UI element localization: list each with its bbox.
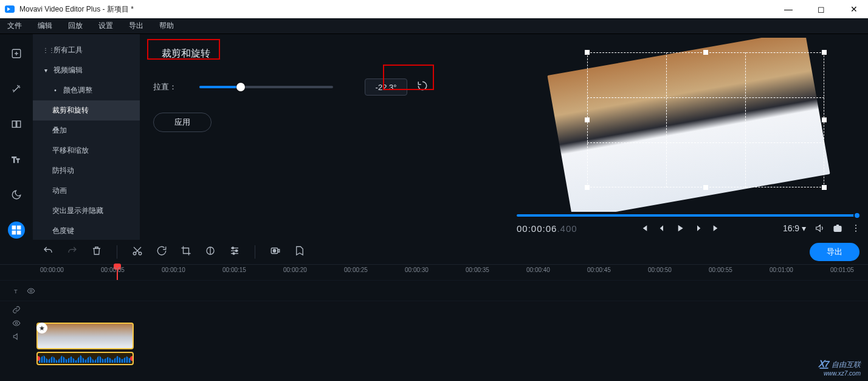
grid-icon[interactable] xyxy=(8,222,25,239)
crop-icon[interactable] xyxy=(181,245,191,259)
crop-handle[interactable] xyxy=(703,50,708,55)
ruler-tick: 00:01:05 xyxy=(830,267,854,273)
sidebar-item-all-tools[interactable]: ⋮⋮所有工具 xyxy=(33,40,140,60)
ruler-tick: 00:00:15 xyxy=(222,267,246,273)
magic-icon[interactable] xyxy=(8,80,25,97)
eye-icon[interactable] xyxy=(12,319,21,327)
sidebar-item-label: 叠加 xyxy=(52,125,67,136)
svg-point-22 xyxy=(232,247,234,249)
sidebar-item-label: 突出显示并隐藏 xyxy=(52,206,103,216)
sidebar-item-label: 动画 xyxy=(52,186,67,196)
preview-canvas[interactable] xyxy=(517,38,861,212)
adjust-icon[interactable] xyxy=(229,245,240,259)
timeline-tracks: T ★ xyxy=(0,280,868,381)
menu-edit[interactable]: 编辑 xyxy=(38,21,52,31)
preview-timecode: 00:00:06.400 xyxy=(517,223,577,234)
sidebar-item-overlay[interactable]: 叠加 xyxy=(33,121,140,141)
play-icon[interactable] xyxy=(675,223,685,233)
prev-clip-icon[interactable] xyxy=(639,223,649,233)
timeline-ruler[interactable]: 00:00:0000:00:0500:00:1000:00:1500:00:20… xyxy=(0,264,868,280)
ruler-tick: 00:00:40 xyxy=(526,267,550,273)
volume-icon[interactable] xyxy=(815,223,824,233)
sidebar: ⋮⋮所有工具 ▾视频编辑 •颜色调整 裁剪和旋转 叠加 平移和缩放 防抖动 动画… xyxy=(33,34,140,240)
angle-value[interactable]: -22.3° xyxy=(365,79,407,96)
svg-point-34 xyxy=(30,290,32,292)
svg-text:T: T xyxy=(14,288,18,294)
video-clip[interactable]: ★ xyxy=(36,323,134,349)
more-icon[interactable] xyxy=(851,223,861,233)
sidebar-item-crop-rotate[interactable]: 裁剪和旋转 xyxy=(33,100,140,121)
ruler-tick: 00:00:25 xyxy=(344,267,368,273)
menu-settings[interactable]: 设置 xyxy=(98,21,113,31)
eye-icon[interactable] xyxy=(27,287,35,295)
ruler-tick: 00:00:50 xyxy=(648,267,672,273)
track-text[interactable]: T xyxy=(0,280,868,301)
redo-icon[interactable] xyxy=(67,245,78,259)
export-button[interactable]: 导出 xyxy=(810,243,859,261)
crop-gridline xyxy=(587,97,824,98)
speaker-icon[interactable] xyxy=(12,332,21,341)
delete-icon[interactable] xyxy=(91,245,102,259)
text-track-icon: T xyxy=(12,287,21,295)
import-icon[interactable] xyxy=(8,45,25,62)
moon-icon[interactable] xyxy=(8,186,25,203)
color-icon[interactable] xyxy=(205,245,216,259)
step-back-icon[interactable] xyxy=(657,223,667,233)
text-icon[interactable]: TT xyxy=(8,151,25,168)
undo-icon[interactable] xyxy=(43,245,53,259)
menu-help[interactable]: 帮助 xyxy=(159,21,174,31)
timeline-toolbar: 导出 xyxy=(0,240,868,264)
snapshot-icon[interactable] xyxy=(833,223,842,233)
crop-handle[interactable] xyxy=(585,50,590,55)
svg-point-12 xyxy=(836,228,839,230)
svg-rect-3 xyxy=(12,121,16,128)
marker-icon[interactable] xyxy=(294,245,305,259)
sidebar-item-label: 所有工具 xyxy=(53,45,83,55)
aspect-ratio[interactable]: 16:9 ▾ xyxy=(783,223,806,233)
crop-rect[interactable] xyxy=(587,52,824,187)
cut-icon[interactable] xyxy=(132,245,143,259)
sidebar-item-highlight[interactable]: 突出显示并隐藏 xyxy=(33,201,140,221)
svg-point-13 xyxy=(855,225,856,226)
record-icon[interactable] xyxy=(270,245,281,259)
close-button[interactable]: ✕ xyxy=(840,0,868,18)
crop-gridline xyxy=(587,142,824,143)
apply-button[interactable]: 应用 xyxy=(153,113,212,132)
crop-handle[interactable] xyxy=(822,50,827,55)
crop-handle[interactable] xyxy=(703,185,708,190)
transition-icon[interactable] xyxy=(8,116,25,133)
progress-thumb[interactable] xyxy=(853,212,861,219)
crop-handle[interactable] xyxy=(822,185,827,190)
crop-handle[interactable] xyxy=(585,185,590,190)
sidebar-item-label: 色度键 xyxy=(52,226,74,236)
slider-thumb[interactable] xyxy=(236,83,245,91)
next-clip-icon[interactable] xyxy=(712,223,722,233)
audio-clip[interactable] xyxy=(36,352,134,365)
panel-title: 裁剪和旋转 xyxy=(153,45,219,63)
svg-point-14 xyxy=(855,228,856,229)
minimize-button[interactable]: — xyxy=(774,0,802,18)
svg-point-23 xyxy=(236,250,238,252)
ruler-tick: 00:00:10 xyxy=(162,267,185,273)
menu-export[interactable]: 导出 xyxy=(129,21,143,31)
sidebar-item-chroma[interactable]: 色度键 xyxy=(33,221,140,241)
reset-icon[interactable] xyxy=(417,80,428,94)
ruler-tick: 00:00:55 xyxy=(709,267,732,273)
crop-handle[interactable] xyxy=(585,117,590,122)
sidebar-item-stabilize[interactable]: 防抖动 xyxy=(33,161,140,181)
sidebar-item-panzoom[interactable]: 平移和缩放 xyxy=(33,141,140,161)
crop-handle[interactable] xyxy=(822,117,827,122)
preview-progress[interactable] xyxy=(517,214,861,217)
sidebar-item-label: 平移和缩放 xyxy=(52,145,89,156)
sidebar-item-video-edit[interactable]: ▾视频编辑 xyxy=(33,60,140,80)
step-fwd-icon[interactable] xyxy=(694,223,703,233)
straighten-slider[interactable] xyxy=(199,86,333,88)
sidebar-item-animation[interactable]: 动画 xyxy=(33,181,140,201)
menu-file[interactable]: 文件 xyxy=(7,21,22,31)
rotate-icon[interactable] xyxy=(156,245,167,259)
menu-playback[interactable]: 回放 xyxy=(68,21,83,31)
ruler-tick: 00:00:30 xyxy=(405,267,429,273)
sidebar-item-color[interactable]: •颜色调整 xyxy=(33,80,140,100)
maximize-button[interactable]: ◻ xyxy=(807,0,835,18)
link-icon[interactable] xyxy=(12,306,21,314)
